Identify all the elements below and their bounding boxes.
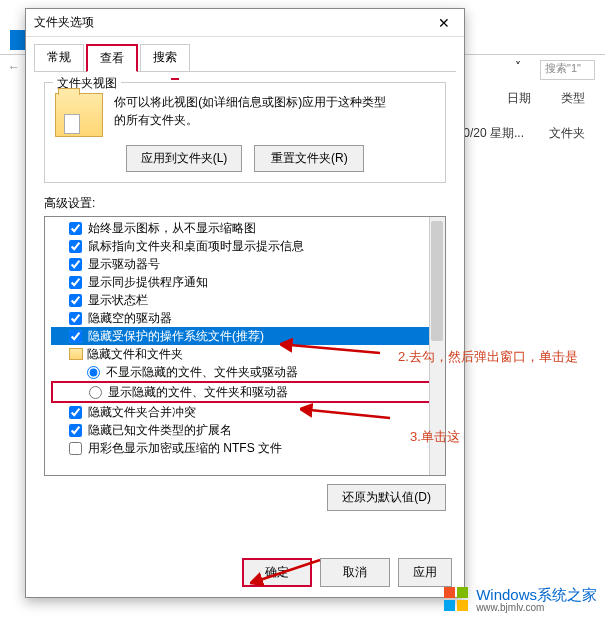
advanced-label: 高级设置: [44,195,446,212]
tab-view[interactable]: 查看 [86,44,138,72]
tree-item-label: 隐藏受保护的操作系统文件(推荐) [88,327,264,345]
checkbox[interactable] [69,424,82,437]
tree-item-label: 显示驱动器号 [88,255,160,273]
checkbox[interactable] [69,406,82,419]
tree-item[interactable]: 显示驱动器号 [51,255,443,273]
tree-item-label: 显示同步提供程序通知 [88,273,208,291]
checkbox[interactable] [69,222,82,235]
tree-item-label: 隐藏已知文件类型的扩展名 [88,421,232,439]
watermark: Windows系统之家 www.bjmlv.com [442,585,597,615]
tree-item-label: 鼠标指向文件夹和桌面项时显示提示信息 [88,237,304,255]
ok-button[interactable]: 确定 [242,558,312,587]
column-date[interactable]: 日期 [507,90,531,107]
search-input[interactable]: 搜索"1" [540,60,595,80]
tree-item-label: 用彩色显示加密或压缩的 NTFS 文件 [88,439,282,457]
tree-item-label: 隐藏空的驱动器 [88,309,172,327]
tab-general[interactable]: 常规 [34,44,84,72]
annotation-step3: 3.单击这 [410,428,460,446]
tree-item[interactable]: 隐藏文件夹合并冲突 [51,403,443,421]
annotation-step2: 2.去勾，然后弹出窗口，单击是 [398,348,578,366]
checkbox[interactable] [69,294,82,307]
apply-button[interactable]: 应用 [398,558,452,587]
tree-item-label: 始终显示图标，从不显示缩略图 [88,219,256,237]
scroll-thumb[interactable] [431,221,443,341]
apply-to-folders-button[interactable]: 应用到文件夹(L) [126,145,243,172]
checkbox[interactable] [69,258,82,271]
tree-item[interactable]: 隐藏空的驱动器 [51,309,443,327]
tab-search[interactable]: 搜索 [140,44,190,72]
tree-item-label: 显示状态栏 [88,291,148,309]
tree-item[interactable]: 鼠标指向文件夹和桌面项时显示提示信息 [51,237,443,255]
nav-back-icon[interactable]: ← [8,60,20,74]
row-type: 文件夹 [549,125,585,142]
reset-folders-button[interactable]: 重置文件夹(R) [254,145,364,172]
tree-item[interactable]: 始终显示图标，从不显示缩略图 [51,219,443,237]
watermark-brand: Windows系统之家 [476,587,597,602]
tree-item-label: 显示隐藏的文件、文件夹和驱动器 [108,383,288,401]
tree-item[interactable]: 显示状态栏 [51,291,443,309]
titlebar: 文件夹选项 ✕ [26,9,464,37]
folder-icon [69,348,83,360]
tree-item-label: 不显示隐藏的文件、文件夹或驱动器 [106,363,298,381]
watermark-url: www.bjmlv.com [476,602,597,613]
checkbox[interactable] [69,276,82,289]
tab-strip: 常规 查看 搜索 [26,37,464,71]
close-button[interactable]: ✕ [424,9,464,37]
checkbox[interactable] [69,312,82,325]
folder-view-group: 文件夹视图 你可以将此视图(如详细信息或图标)应用于这种类型的所有文件夹。 应用… [44,82,446,183]
folder-view-desc: 你可以将此视图(如详细信息或图标)应用于这种类型的所有文件夹。 [114,93,394,129]
tree-item-label: 隐藏文件和文件夹 [87,345,183,363]
cancel-button[interactable]: 取消 [320,558,390,587]
folder-options-dialog: 文件夹选项 ✕ 常规 查看 搜索 文件夹视图 你可以将此视图(如详细信息或图标)… [25,8,465,598]
folder-icon [55,93,103,137]
dialog-title: 文件夹选项 [34,14,94,31]
address-dropdown-icon[interactable]: ˅ [515,60,530,75]
tree-item[interactable]: 显示同步提供程序通知 [51,273,443,291]
radio[interactable] [87,366,100,379]
restore-defaults-button[interactable]: 还原为默认值(D) [327,484,446,511]
tree-item[interactable]: 隐藏已知文件类型的扩展名 [51,421,443,439]
checkbox[interactable] [69,240,82,253]
tree-item[interactable]: 不显示隐藏的文件、文件夹或驱动器 [51,363,443,381]
tree-item[interactable]: 隐藏文件和文件夹 [51,345,443,363]
tree-item[interactable]: 用彩色显示加密或压缩的 NTFS 文件 [51,439,443,457]
tree-item[interactable]: 隐藏受保护的操作系统文件(推荐) [51,327,443,345]
checkbox[interactable] [69,330,82,343]
windows-logo-icon [442,585,472,615]
advanced-tree[interactable]: 始终显示图标，从不显示缩略图鼠标指向文件夹和桌面项时显示提示信息显示驱动器号显示… [44,216,446,476]
radio[interactable] [89,386,102,399]
column-type[interactable]: 类型 [561,90,585,107]
tree-item[interactable]: 显示隐藏的文件、文件夹和驱动器 [51,381,443,403]
tree-item-label: 隐藏文件夹合并冲突 [88,403,196,421]
checkbox[interactable] [69,442,82,455]
